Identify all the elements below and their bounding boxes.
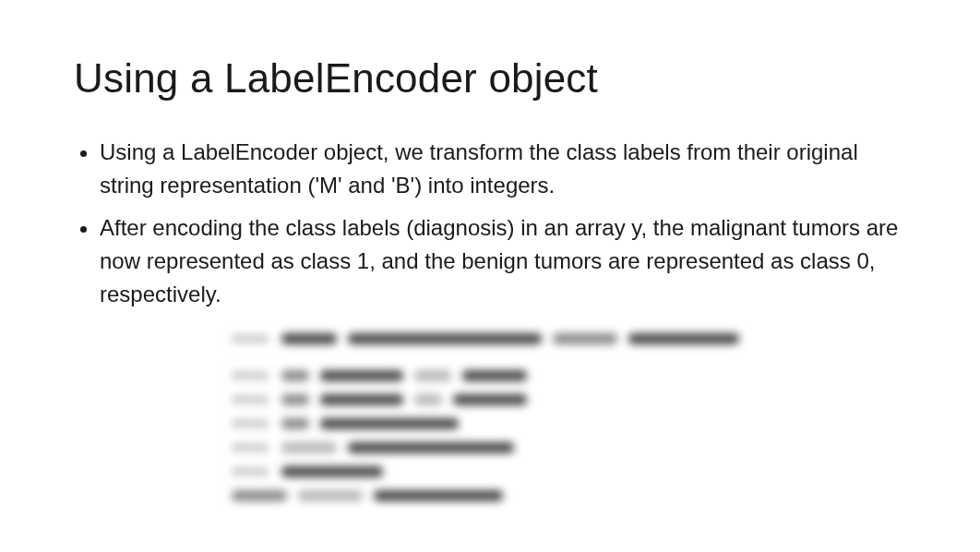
code-line: [232, 461, 748, 483]
code-line: [232, 413, 748, 435]
blurred-code-block: [232, 328, 748, 507]
code-line: [232, 328, 748, 350]
bullet-list: Using a LabelEncoder object, we transfor…: [74, 136, 906, 311]
code-line: [232, 485, 748, 507]
slide: Using a LabelEncoder object Using a Labe…: [0, 0, 980, 552]
code-line: [232, 389, 748, 411]
code-line: [232, 437, 748, 459]
slide-title: Using a LabelEncoder object: [74, 55, 906, 102]
bullet-item: After encoding the class labels (diagnos…: [100, 211, 906, 311]
code-line: [232, 365, 748, 387]
bullet-item: Using a LabelEncoder object, we transfor…: [100, 136, 906, 202]
